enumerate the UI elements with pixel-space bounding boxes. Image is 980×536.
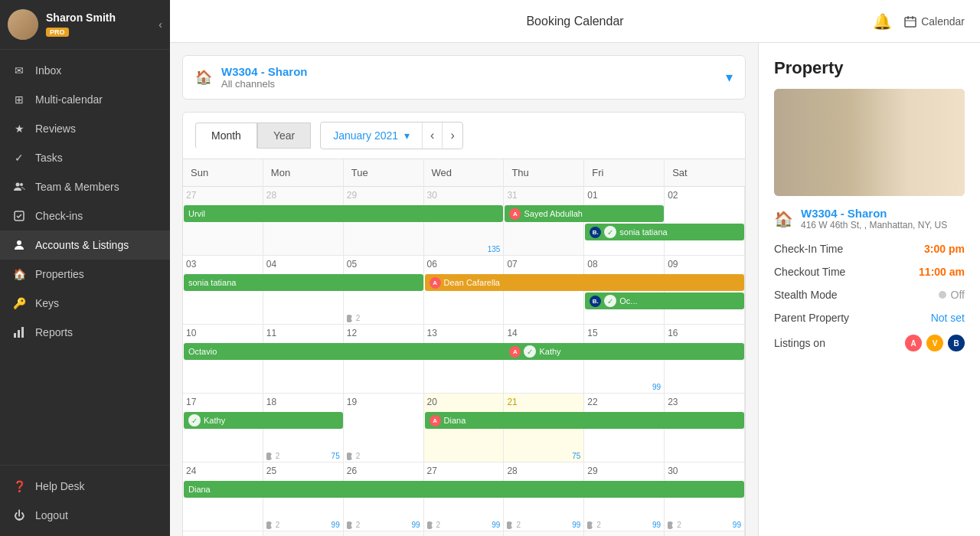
cell-w5-d5[interactable]: 05 <box>584 531 665 536</box>
svg-rect-14 <box>851 164 950 185</box>
cell-w2-d2[interactable]: 12 <box>344 325 424 393</box>
cell-w4-d2[interactable]: 26 299 <box>344 462 424 531</box>
cell-w5-d0[interactable]: 31 299 <box>183 531 263 536</box>
date-number: 13 <box>427 328 501 338</box>
home-icon: 🏠 <box>195 69 212 86</box>
cell-w4-d4[interactable]: 28 299 <box>504 462 584 531</box>
date-number: 22 <box>587 397 661 407</box>
cell-w3-d1[interactable]: 18 275 <box>263 394 344 462</box>
cell-w5-d4[interactable]: 04 <box>504 531 584 536</box>
date-number: 29 <box>587 466 661 476</box>
cell-w2-d0[interactable]: 10 <box>183 325 263 393</box>
sidebar-item-label: Tasks <box>35 152 63 164</box>
cell-w1-d2[interactable]: 05 2 <box>344 256 424 324</box>
cell-w3-d4[interactable]: 2175 <box>504 394 584 462</box>
sidebar-item-multi-calendar[interactable]: ⊞ Multi-calendar <box>0 85 170 114</box>
cell-w3-d0[interactable]: 17 <box>183 394 263 462</box>
property-sub: All channels <box>221 78 717 90</box>
cell-w0-d0[interactable]: 27 <box>183 187 263 255</box>
cell-w1-d0[interactable]: 03 <box>183 256 263 324</box>
sidebar-item-logout[interactable]: ⏻ Logout <box>0 501 170 530</box>
sidebar-item-check-ins[interactable]: Check-ins <box>0 201 170 230</box>
stealth-toggle[interactable]: Off <box>939 289 965 301</box>
checkout-row: Checkout Time 11:00 am <box>774 266 965 278</box>
day-header-wed: Wed <box>424 159 505 187</box>
next-month-button[interactable]: › <box>442 123 462 149</box>
reports-icon <box>12 325 26 339</box>
prev-month-button[interactable]: ‹ <box>422 123 442 149</box>
cell-w5-d2[interactable]: 02 299 <box>344 531 424 536</box>
date-number: 03 <box>186 259 260 270</box>
price-badge: 99 <box>652 521 661 529</box>
sidebar-footer: ❓ Help Desk ⏻ Logout <box>0 465 170 536</box>
cell-w4-d1[interactable]: 25 299 <box>263 462 344 531</box>
price-badge: 135 <box>488 245 501 253</box>
cell-w2-d1[interactable]: 11 <box>263 325 344 393</box>
property-info-row: 🏠 W3304 - Sharon 416 W 46th St, , Manhat… <box>774 207 965 230</box>
cell-w5-d1[interactable]: 01 299 <box>263 531 344 536</box>
cell-w1-d6[interactable]: 09 <box>665 256 745 324</box>
cell-w4-d6[interactable]: 30 299 <box>665 462 745 531</box>
cell-w1-d5[interactable]: 08 <box>584 256 665 324</box>
price-badge: 99 <box>652 383 661 391</box>
price-badge: 75 <box>332 452 340 460</box>
properties-icon: 🏠 <box>12 267 26 281</box>
property-photo-svg <box>774 89 965 196</box>
price-badge: 99 <box>332 521 340 529</box>
parent-label: Parent Property <box>774 312 849 324</box>
sidebar-item-reviews[interactable]: ★ Reviews <box>0 114 170 143</box>
date-number: 10 <box>186 328 260 338</box>
cell-w4-d5[interactable]: 29 299 <box>584 462 665 531</box>
month-dropdown-icon: ▾ <box>404 129 410 142</box>
help-icon: ❓ <box>12 479 26 493</box>
cell-w0-d4[interactable]: 31 <box>504 187 584 255</box>
notification-bell-icon[interactable]: 🔔 <box>873 12 892 31</box>
sidebar-item-keys[interactable]: 🔑 Keys <box>0 289 170 318</box>
cell-w5-d6[interactable]: 06 <box>665 531 745 536</box>
cell-w1-d4[interactable]: 07 <box>504 256 584 324</box>
cell-w2-d4[interactable]: 14 <box>504 325 584 393</box>
year-view-button[interactable]: Year <box>257 123 311 149</box>
cell-w3-d5[interactable]: 22 <box>584 394 665 462</box>
cell-w2-d5[interactable]: 1599 <box>584 325 665 393</box>
month-view-button[interactable]: Month <box>195 123 257 149</box>
sidebar-item-label: Multi-calendar <box>35 93 103 106</box>
date-number: 02 <box>668 190 741 201</box>
cell-w0-d1[interactable]: 28 <box>263 187 344 255</box>
cell-w1-d3[interactable]: 06 <box>424 256 505 324</box>
cell-w4-d3[interactable]: 27 299 <box>424 462 505 531</box>
sidebar-item-reports[interactable]: Reports <box>0 318 170 347</box>
cell-w3-d6[interactable]: 23 <box>665 394 745 462</box>
cell-w4-d0[interactable]: 24 <box>183 462 263 531</box>
cell-w5-d3[interactable]: 03 299 <box>424 531 505 536</box>
sidebar-item-accounts[interactable]: Accounts & Listings <box>0 230 170 260</box>
sidebar-item-properties[interactable]: 🏠 Properties <box>0 260 170 289</box>
parent-row: Parent Property Not set <box>774 312 965 324</box>
cell-w0-d5[interactable]: 01 <box>584 187 665 255</box>
date-number: 30 <box>668 466 741 476</box>
moon-count: 2 <box>266 521 280 529</box>
month-label[interactable]: January 2021 ▾ <box>321 123 422 148</box>
collapse-button[interactable]: ‹ <box>158 18 162 31</box>
day-header-tue: Tue <box>344 159 424 187</box>
cell-w0-d2[interactable]: 29 <box>344 187 424 255</box>
sidebar-item-tasks[interactable]: ✓ Tasks <box>0 143 170 172</box>
calendar-view-button[interactable]: Calendar <box>904 15 965 28</box>
cell-w3-d2[interactable]: 19 2 <box>344 394 424 462</box>
cell-w0-d3[interactable]: 30135 <box>424 187 505 255</box>
cell-w3-d3[interactable]: 20 <box>424 394 505 462</box>
listings-icons: A V B <box>905 335 965 351</box>
stealth-label: Stealth Mode <box>774 289 838 301</box>
svg-rect-9 <box>774 93 844 191</box>
sidebar-item-help[interactable]: ❓ Help Desk <box>0 472 170 501</box>
sidebar-item-inbox[interactable]: ✉ Inbox <box>0 56 170 85</box>
sidebar-item-label: Check-ins <box>35 210 83 222</box>
cell-w0-d6[interactable]: 02 <box>665 187 745 255</box>
cell-w2-d6[interactable]: 16 <box>665 325 745 393</box>
property-selector[interactable]: 🏠 W3304 - Sharon All channels ▾ <box>182 55 746 100</box>
sidebar-item-team[interactable]: Team & Members <box>0 172 170 201</box>
date-number: 27 <box>427 466 501 476</box>
cell-w1-d1[interactable]: 04 <box>263 256 344 324</box>
cell-w2-d3[interactable]: 13 <box>424 325 505 393</box>
logout-icon: ⏻ <box>12 508 26 522</box>
